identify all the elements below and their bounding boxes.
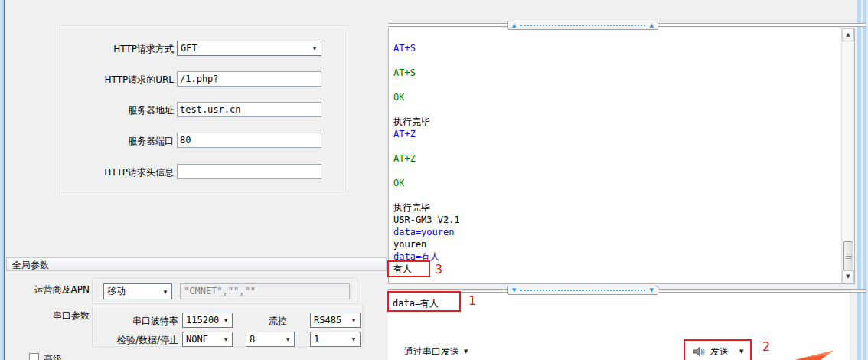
terminal-line: 执行完毕 <box>393 201 839 214</box>
terminal-line: AT+Z <box>393 152 839 165</box>
advanced-checkbox-label: 高级 <box>44 353 62 360</box>
terminal-line: AT+S <box>393 67 839 79</box>
dropdown-arrow-icon[interactable]: ▼ <box>159 286 171 298</box>
advanced-checkbox[interactable] <box>29 353 39 360</box>
terminal-line: OK <box>393 177 839 189</box>
flow-control-select[interactable]: RS485 ▼ <box>310 313 361 328</box>
http-settings-groupbox: HTTP请求方式 GET ▼ HTTP请求的URL /1.php? 服务器地址 … <box>60 25 348 195</box>
vertical-scrollbar[interactable]: ▲ ▼ <box>841 28 854 283</box>
orange-arrow-annotation <box>795 349 834 360</box>
data-bits-value: 8 <box>246 334 282 345</box>
dropdown-arrow-icon[interactable]: ▼ <box>348 314 360 326</box>
dropdown-arrow-icon[interactable]: ▼ <box>220 333 232 345</box>
bottom-splitter-handle[interactable]: ▼ ▼ <box>507 286 658 295</box>
terminal-line <box>393 79 839 91</box>
baud-rate-value: 115200 <box>183 315 220 326</box>
collapse-down-icon[interactable]: ▼ <box>650 286 654 294</box>
terminal-line: youren <box>393 238 839 250</box>
http-url-input[interactable]: /1.php? <box>177 71 321 87</box>
flow-control-label: 流控 <box>238 315 287 328</box>
terminal-line <box>393 54 839 67</box>
dropdown-arrow-icon[interactable]: ▼ <box>308 42 321 54</box>
stop-bits-value: 1 <box>311 334 348 345</box>
terminal-line: 执行完毕 <box>393 116 839 128</box>
terminal-line: OK <box>393 91 839 103</box>
server-address-input[interactable]: test.usr.cn <box>177 102 321 117</box>
flow-control-value: RS485 <box>311 315 348 326</box>
scroll-up-icon[interactable]: ▲ <box>842 28 854 41</box>
server-port-input[interactable]: 80 <box>177 133 321 148</box>
carrier-apn-label: 运营商及APN <box>13 283 90 296</box>
annotation-label-1: 1 <box>468 293 476 308</box>
dropdown-arrow-icon[interactable]: ▼ <box>348 333 360 345</box>
http-url-label: HTTP请求的URL <box>68 74 174 87</box>
global-params-title: 全局参数 <box>12 260 49 270</box>
parity-select[interactable]: NONE ▼ <box>182 332 233 347</box>
terminal-line <box>393 140 839 152</box>
collapse-up-icon[interactable]: ▲ <box>650 21 654 29</box>
scroll-down-icon[interactable]: ▼ <box>842 270 854 283</box>
send-via-serial-label: 通过串口发送 <box>404 345 459 358</box>
terminal-line <box>393 103 839 116</box>
annotation-label-2: 2 <box>762 339 770 354</box>
apn-readonly-field: "CMNET","","" <box>180 283 350 299</box>
send-via-serial-dropdown[interactable]: 通过串口发送 ▼ <box>404 345 468 358</box>
scrollbar-thumb[interactable] <box>843 241 853 270</box>
parity-data-stop-label: 检验/数据/停止 <box>99 334 178 347</box>
collapse-down-icon[interactable]: ▼ <box>512 286 516 294</box>
parity-value: NONE <box>183 334 220 345</box>
terminal-lines: AT+S AT+S OK 执行完毕 AT+Z AT+Z OK 执行完毕 USR-… <box>393 42 839 275</box>
terminal-line: AT+S <box>393 42 839 54</box>
carrier-value: 移动 <box>104 285 159 298</box>
server-address-label: 服务器地址 <box>68 104 174 117</box>
splitter-dots <box>520 290 644 291</box>
top-splitter-handle[interactable]: ▲ ▲ <box>507 21 658 30</box>
terminal-line: data=youren <box>393 226 839 238</box>
terminal-line <box>393 189 839 201</box>
data-bits-select[interactable]: 8 ▼ <box>246 332 295 347</box>
window-border-right <box>855 0 868 360</box>
dropdown-arrow-icon[interactable]: ▼ <box>282 333 294 345</box>
collapse-up-icon[interactable]: ▲ <box>512 21 516 29</box>
terminal-line <box>393 165 839 177</box>
terminal-line: data=有人 <box>393 250 839 263</box>
terminal-line: AT+Z <box>393 128 839 140</box>
baud-rate-label: 串口波特率 <box>99 315 178 328</box>
baud-rate-select[interactable]: 115200 ▼ <box>182 313 233 328</box>
serial-params-label: 串口参数 <box>13 309 90 322</box>
http-method-value: GET <box>178 43 308 54</box>
carrier-select[interactable]: 移动 ▼ <box>103 283 172 299</box>
annotation-label-3: 3 <box>435 262 442 277</box>
terminal-line: USR-GM3 V2.1 <box>393 214 839 226</box>
dropdown-arrow-icon[interactable]: ▼ <box>464 349 468 355</box>
global-params-header: 全局参数 <box>6 257 387 271</box>
splitter-dots <box>520 25 644 26</box>
annotation-box-1 <box>387 291 461 312</box>
terminal-line: 有人 <box>393 263 839 275</box>
left-panel: HTTP请求方式 GET ▼ HTTP请求的URL /1.php? 服务器地址 … <box>5 0 387 360</box>
scrollbar-grip <box>846 254 852 259</box>
http-method-select[interactable]: GET ▼ <box>177 41 321 56</box>
annotation-box-2 <box>684 339 752 360</box>
http-method-label: HTTP请求方式 <box>68 43 174 56</box>
http-header-input[interactable] <box>177 164 321 179</box>
annotation-box-3 <box>387 260 430 277</box>
carrier-apn-groupbox: 移动 ▼ "CMNET","","" <box>92 278 357 304</box>
receive-log-area[interactable]: AT+S AT+S OK 执行完毕 AT+Z AT+Z OK 执行完毕 USR-… <box>388 28 855 284</box>
stop-bits-select[interactable]: 1 ▼ <box>310 332 361 347</box>
window-border-left <box>0 0 5 360</box>
http-header-label: HTTP请求头信息 <box>68 166 174 179</box>
server-port-label: 服务器端口 <box>68 135 174 148</box>
serial-params-groupbox: 串口波特率 115200 ▼ 流控 RS485 ▼ 检验/数据/停止 NONE … <box>92 306 363 347</box>
dropdown-arrow-icon[interactable]: ▼ <box>220 314 232 326</box>
